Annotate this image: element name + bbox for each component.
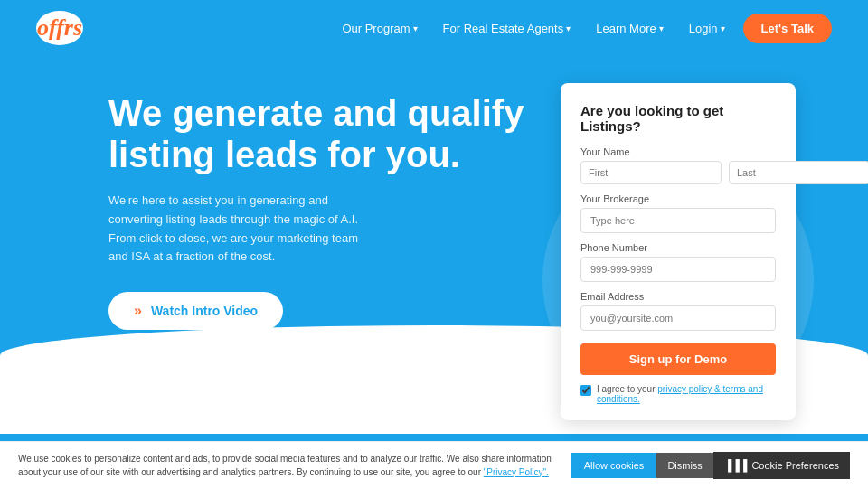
last-name-input[interactable] — [729, 161, 868, 184]
allow-cookies-button[interactable]: Allow cookies — [571, 453, 657, 478]
cookie-buttons: Allow cookies Dismiss ▐▐▐ Cookie Prefere… — [571, 452, 850, 479]
brokerage-label: Your Brokerage — [580, 193, 776, 204]
phone-input[interactable] — [580, 257, 776, 282]
hero-left: We generate and qualify listing leads fo… — [108, 83, 561, 420]
first-name-input[interactable] — [580, 161, 722, 184]
dismiss-cookie-button[interactable]: Dismiss — [656, 453, 713, 478]
signup-form-card: Are you looking to get Listings? Your Na… — [561, 83, 796, 420]
signup-button[interactable]: Sign up for Demo — [580, 343, 776, 375]
watch-btn-label: Watch Intro Video — [151, 304, 258, 318]
nav-link-login[interactable]: Login — [689, 22, 725, 35]
nav-link-agents[interactable]: For Real Estate Agents — [443, 22, 571, 35]
cookie-text: We use cookies to personalize content an… — [18, 452, 571, 479]
agree-row: I agree to your privacy policy & terms a… — [580, 384, 776, 404]
brokerage-input[interactable] — [580, 208, 776, 233]
email-label: Email Address — [580, 291, 776, 302]
navbar: offrs Our Program For Real Estate Agents… — [0, 0, 868, 56]
lets-talk-button[interactable]: Let's Talk — [743, 14, 832, 43]
form-title: Are you looking to get Listings? — [580, 103, 776, 134]
phone-label: Phone Number — [580, 242, 776, 253]
email-input[interactable] — [580, 305, 776, 331]
hero-section: We generate and qualify listing leads fo… — [0, 56, 868, 420]
agree-checkbox[interactable] — [580, 385, 591, 396]
nav-link-program[interactable]: Our Program — [342, 22, 417, 35]
phone-group: Phone Number — [580, 242, 776, 282]
hero-title: We generate and qualify listing leads fo… — [108, 92, 542, 175]
name-row — [580, 161, 776, 184]
watch-intro-button[interactable]: » Watch Intro Video — [108, 292, 283, 330]
logo[interactable]: offrs — [36, 11, 83, 45]
email-group: Email Address — [580, 291, 776, 331]
logo-text: offrs — [36, 11, 83, 45]
agree-text: I agree to your privacy policy & terms a… — [597, 384, 776, 404]
brokerage-group: Your Brokerage — [580, 193, 776, 233]
cookie-preferences-button[interactable]: ▐▐▐ Cookie Preferences — [713, 452, 850, 479]
nav-link-learn[interactable]: Learn More — [596, 22, 663, 35]
bar-chart-icon: ▐▐▐ — [724, 459, 748, 472]
hero-description: We're here to assist you in generating a… — [108, 192, 380, 267]
cookie-pref-label: Cookie Preferences — [751, 460, 839, 471]
cookie-bar: We use cookies to personalize content an… — [0, 441, 868, 488]
name-label: Your Name — [580, 146, 776, 157]
privacy-link[interactable]: "Privacy Policy". — [484, 467, 549, 477]
chevrons-icon: » — [134, 303, 142, 319]
nav-links: Our Program For Real Estate Agents Learn… — [342, 22, 724, 35]
